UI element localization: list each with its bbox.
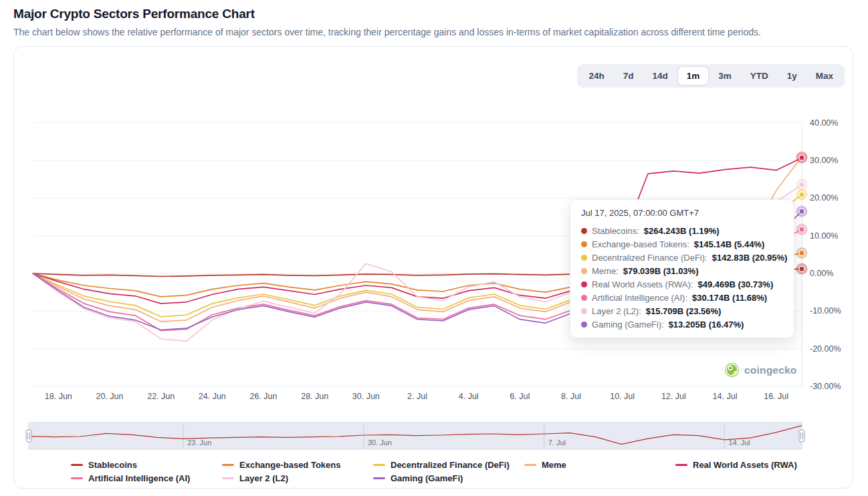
x-axis-label: 14. Jul	[713, 392, 738, 401]
tooltip-rows: Stablecoins:$264.243B (1.19%)Exchange-ba…	[581, 224, 783, 331]
range-button-14d[interactable]: 14d	[643, 67, 676, 85]
point-marker-stablecoins[interactable]	[799, 266, 804, 271]
tooltip-series-value: $142.83B (20.95%)	[712, 253, 788, 263]
range-button-7d[interactable]: 7d	[615, 67, 643, 85]
legend-item-meme[interactable]: Meme	[524, 460, 675, 470]
y-axis-label: -20.00%	[810, 344, 841, 354]
y-axis-label: 20.00%	[810, 193, 838, 203]
legend-item-real-world-assets-rwa[interactable]: Real World Assets (RWA)	[675, 460, 827, 470]
y-axis-label: 40.00%	[810, 118, 838, 128]
legend-swatch	[373, 464, 385, 466]
tooltip-row-exchange-based-tokens: Exchange-based Tokens:$145.14B (5.44%)	[581, 237, 783, 251]
y-axis-label: -30.00%	[810, 382, 841, 391]
legend-swatch	[373, 477, 385, 479]
navigator-label: 23. Jun	[187, 439, 211, 447]
series-dot	[581, 255, 587, 261]
x-axis-label: 20. Jun	[96, 392, 123, 401]
tooltip-series-value: $30.174B (11.68%)	[692, 293, 767, 303]
navigator-handle-left[interactable]	[26, 430, 31, 442]
tooltip-series-name: Decentralized Finance (DeFi):	[592, 253, 708, 263]
legend-swatch	[71, 464, 83, 466]
tooltip-row-real-world-assets-rwa: Real World Assets (RWA):$49.469B (30.73%…	[581, 277, 783, 291]
tooltip-series-name: Gaming (GameFi):	[592, 320, 664, 330]
tooltip-series-name: Meme:	[592, 266, 619, 276]
legend-label: Decentralized Finance (DeFi)	[391, 460, 510, 470]
x-axis-label: 22. Jun	[147, 392, 175, 401]
x-axis-label: 10. Jul	[610, 392, 635, 401]
legend-item-layer-2-l2[interactable]: Layer 2 (L2)	[222, 473, 373, 483]
point-marker-layer-2-l2[interactable]	[799, 182, 804, 187]
legend-swatch	[71, 477, 83, 479]
tooltip-series-name: Real World Assets (RWA):	[592, 279, 693, 289]
legend-item-exchange-based-tokens[interactable]: Exchange-based Tokens	[222, 460, 373, 470]
legend-swatch	[222, 464, 234, 466]
x-axis-label: 4. Jul	[459, 392, 479, 401]
legend-item-artificial-intelligence-ai[interactable]: Artificial Intelligence (AI)	[71, 473, 222, 483]
point-marker-gaming-gamefi[interactable]	[799, 209, 804, 214]
x-axis-label: 18. Jun	[45, 392, 72, 401]
series-dot	[581, 268, 587, 274]
series-dot	[581, 295, 587, 301]
tooltip-series-value: $79.039B (31.03%)	[623, 266, 699, 276]
legend-label: Gaming (GameFi)	[391, 473, 463, 483]
tooltip-row-decentralized-finance-defi: Decentralized Finance (DeFi):$142.83B (2…	[581, 251, 783, 264]
navigator-label: 30. Jun	[368, 439, 392, 447]
navigator-handle-right[interactable]	[799, 430, 804, 442]
legend-label: Real World Assets (RWA)	[693, 460, 797, 470]
tooltip-row-stablecoins: Stablecoins:$264.243B (1.19%)	[581, 224, 783, 237]
x-axis-label: 12. Jul	[661, 392, 686, 401]
y-axis-label: 0.00%	[810, 269, 833, 278]
legend-label: Artificial Intelligence (AI)	[88, 473, 190, 483]
tooltip-series-name: Stablecoins:	[592, 226, 639, 236]
tooltip-series-name: Exchange-based Tokens:	[592, 239, 689, 249]
chart-card: 24h7d14d1m3mYTD1yMax 40.00%30.00%20.00%1…	[13, 46, 853, 489]
legend-label: Layer 2 (L2)	[239, 473, 288, 483]
x-axis-label: 28. Jun	[301, 392, 328, 401]
page-subtitle: The chart below shows the relative perfo…	[13, 27, 853, 37]
point-marker-decentralized-finance-defi[interactable]	[799, 192, 804, 197]
tooltip-timestamp: Jul 17, 2025, 07:00:00 GMT+7	[581, 208, 783, 218]
x-axis-label: 16. Jul	[764, 392, 788, 401]
point-marker-artificial-intelligence-ai[interactable]	[799, 227, 804, 232]
legend-swatch	[222, 477, 234, 479]
coingecko-logo-icon	[724, 362, 740, 378]
range-button-1y[interactable]: 1y	[778, 67, 806, 85]
tooltip-series-value: $15.709B (23.56%)	[646, 306, 722, 316]
point-marker-real-world-assets-rwa[interactable]	[799, 155, 804, 160]
legend-item-gaming-gamefi[interactable]: Gaming (GameFi)	[373, 473, 524, 483]
y-axis-label: -10.00%	[810, 306, 841, 316]
range-button-3m[interactable]: 3m	[710, 67, 740, 85]
range-button-24h[interactable]: 24h	[580, 67, 613, 85]
x-axis-label: 26. Jun	[249, 392, 277, 401]
x-axis-label: 2. Jul	[407, 392, 427, 401]
legend-item-stablecoins[interactable]: Stablecoins	[71, 460, 222, 470]
tooltip-series-name: Layer 2 (L2):	[592, 306, 641, 316]
tooltip-row-gaming-gamefi: Gaming (GameFi):$13.205B (16.47%)	[581, 318, 783, 331]
tooltip-row-meme: Meme:$79.039B (31.03%)	[581, 264, 783, 277]
navigator-label: 14. Jul	[728, 439, 750, 447]
legend-swatch	[675, 464, 687, 466]
page-title: Major Crypto Sectors Performance Chart	[13, 7, 853, 21]
y-axis-label: 10.00%	[810, 231, 838, 241]
range-button-1m[interactable]: 1m	[678, 67, 709, 85]
y-axis-label: 30.00%	[810, 156, 838, 165]
series-dot	[581, 228, 587, 234]
x-axis-label: 24. Jun	[199, 392, 226, 401]
point-marker-exchange-based-tokens[interactable]	[799, 250, 804, 255]
tooltip-series-value: $145.14B (5.44%)	[694, 239, 765, 249]
tooltip-row-artificial-intelligence-ai: Artificial Intelligence (AI):$30.174B (1…	[581, 291, 783, 304]
navigator-label: 7. Jul	[548, 439, 566, 447]
range-selector: 24h7d14d1m3mYTD1yMax	[577, 64, 845, 88]
range-button-max[interactable]: Max	[807, 67, 842, 85]
tooltip-series-value: $264.243B (1.19%)	[644, 226, 720, 236]
x-axis-label: 6. Jul	[510, 392, 530, 401]
legend-label: Exchange-based Tokens	[239, 460, 340, 470]
watermark: coingecko	[724, 362, 796, 378]
chart-tooltip: Jul 17, 2025, 07:00:00 GMT+7 Stablecoins…	[570, 199, 794, 338]
legend-item-decentralized-finance-defi[interactable]: Decentralized Finance (DeFi)	[373, 460, 524, 470]
x-axis-label: 8. Jul	[561, 392, 581, 401]
watermark-label: coingecko	[744, 364, 796, 376]
tooltip-series-value: $49.469B (30.73%)	[697, 279, 773, 289]
x-axis-label: 30. Jun	[352, 392, 380, 401]
range-button-ytd[interactable]: YTD	[742, 67, 777, 85]
